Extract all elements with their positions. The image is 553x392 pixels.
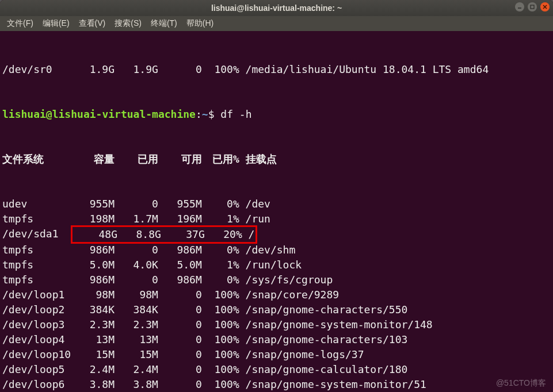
- cell-mount: /snap/gnome-characters/550: [239, 302, 408, 317]
- svg-rect-1: [531, 5, 534, 9]
- cell-size: 15M: [71, 347, 115, 362]
- cell-avail: 37G: [161, 227, 205, 242]
- cell-fs: /dev/loop3: [2, 317, 71, 332]
- prompt-colon: :: [196, 107, 202, 122]
- cell-avail: 955M: [158, 197, 202, 212]
- window-title: lishuai@lishuai-virtual-machine: ~: [0, 3, 553, 13]
- close-button[interactable]: [540, 2, 550, 11]
- cell-pct: 1%: [202, 258, 239, 272]
- cell-mount: /snap/gnome-system-monitor/51: [239, 377, 426, 392]
- cell-pct: 100%: [202, 347, 239, 362]
- df-row: tmpfs986M0986M0%/sys/fs/cgroup: [2, 272, 551, 287]
- menu-search[interactable]: 搜索(S): [111, 17, 145, 30]
- cell-avail: 986M: [158, 272, 202, 287]
- cell-pct: 100%: [202, 377, 239, 392]
- df-row: /dev/loop32.3M2.3M0100%/snap/gnome-syste…: [2, 317, 551, 332]
- cell-size: 986M: [71, 243, 115, 258]
- cell-avail: 0: [158, 347, 202, 362]
- cell-size: 48G: [74, 227, 117, 242]
- cell-avail: 0: [158, 317, 202, 332]
- hdr-pct: 已用%: [202, 152, 239, 167]
- titlebar[interactable]: lishuai@lishuai-virtual-machine: ~: [0, 0, 553, 16]
- cell-size: 3.8M: [71, 377, 115, 392]
- terminal-body[interactable]: /dev/sr01.9G1.9G0100%/media/lishuai/Ubun…: [0, 31, 553, 392]
- cell-used: 98M: [115, 287, 158, 302]
- df-header: 文件系统容量已用可用已用%挂载点: [2, 152, 551, 167]
- cell-size: 198M: [71, 212, 115, 226]
- cell-avail: 0: [158, 332, 202, 347]
- menu-file[interactable]: 文件(F): [3, 17, 37, 30]
- cell-used: 13M: [115, 332, 158, 347]
- cell-size: 384K: [71, 302, 115, 317]
- df-row: /dev/loop52.4M2.4M0100%/snap/gnome-calcu…: [2, 362, 551, 377]
- cell-mount: /sys/fs/cgroup: [239, 272, 333, 287]
- cell-used: 1.7M: [115, 212, 158, 226]
- cell-used: 2.3M: [115, 317, 158, 332]
- cell-pct: 20%: [205, 227, 242, 242]
- cell-used: 1.9G: [115, 62, 158, 77]
- cell-avail: 0: [158, 62, 202, 77]
- cell-fs: /dev/loop5: [2, 362, 71, 377]
- cell-mount: /dev: [239, 197, 270, 212]
- cell-used: 4.0K: [115, 258, 158, 272]
- cell-fs: /dev/sda1: [2, 226, 71, 243]
- cell-avail: 0: [158, 287, 202, 302]
- cell-used: 3.8M: [115, 377, 158, 392]
- cell-fs: /dev/loop6: [2, 377, 71, 392]
- cell-used: 0: [115, 243, 158, 258]
- maximize-button[interactable]: [528, 2, 537, 11]
- cell-size: 986M: [71, 272, 115, 287]
- cell-pct: 100%: [202, 287, 239, 302]
- cell-pct: 100%: [202, 62, 239, 77]
- cell-size: 955M: [71, 197, 115, 212]
- df-row: tmpfs5.0M4.0K5.0M1%/run/lock: [2, 258, 551, 272]
- cell-fs: tmpfs: [2, 243, 71, 258]
- cell-pct: 100%: [202, 362, 239, 377]
- cell-avail: 196M: [158, 212, 202, 226]
- minimize-button[interactable]: [515, 2, 524, 11]
- cell-fs: /dev/loop1: [2, 287, 71, 302]
- hdr-used: 已用: [115, 152, 158, 167]
- cell-pct: 100%: [202, 317, 239, 332]
- cell-size: 98M: [71, 287, 115, 302]
- menu-view[interactable]: 查看(V): [75, 17, 109, 30]
- cell-pct: 100%: [202, 332, 239, 347]
- cell-fs: /dev/loop10: [2, 347, 71, 362]
- cell-avail: 986M: [158, 243, 202, 258]
- cell-fs: tmpfs: [2, 258, 71, 272]
- cell-fs: udev: [2, 197, 71, 212]
- menu-edit[interactable]: 编辑(E): [39, 17, 73, 30]
- cell-fs: tmpfs: [2, 212, 71, 226]
- cell-size: 1.9G: [71, 62, 115, 77]
- hdr-fs: 文件系统: [2, 152, 71, 167]
- cell-mount: /snap/gnome-characters/103: [239, 332, 408, 347]
- cell-used: 15M: [115, 347, 158, 362]
- terminal-window: lishuai@lishuai-virtual-machine: ~ 文件(F)…: [0, 0, 553, 392]
- df-row: tmpfs198M1.7M196M1%/run: [2, 212, 551, 226]
- highlight-box: 48G8.8G37G20%/: [71, 225, 257, 244]
- cell-pct: 0%: [202, 197, 239, 212]
- cell-mount: /dev/shm: [239, 243, 296, 258]
- cell-avail: 5.0M: [158, 258, 202, 272]
- cell-fs: /dev/loop2: [2, 302, 71, 317]
- df-row: tmpfs986M0986M0%/dev/shm: [2, 243, 551, 258]
- cell-avail: 0: [158, 377, 202, 392]
- cell-used: 0: [115, 197, 158, 212]
- cell-size: 2.3M: [71, 317, 115, 332]
- menu-help[interactable]: 帮助(H): [183, 17, 217, 30]
- cell-pct: 0%: [202, 243, 239, 258]
- df-row: /dev/loop2384K384K0100%/snap/gnome-chara…: [2, 302, 551, 317]
- cell-used: 8.8G: [117, 227, 161, 242]
- cell-mount: /media/lishuai/Ubuntu 18.04.1 LTS amd64: [239, 62, 489, 77]
- output-line: /dev/sr01.9G1.9G0100%/media/lishuai/Ubun…: [2, 62, 551, 77]
- df-row: /dev/sda148G8.8G37G20%/: [2, 226, 551, 243]
- cell-mount: /run: [239, 212, 270, 226]
- cell-pct: 100%: [202, 302, 239, 317]
- cell-mount: /snap/gnome-calculator/180: [239, 362, 408, 377]
- prompt-dollar: $: [208, 107, 221, 122]
- df-row: /dev/loop1015M15M0100%/snap/gnome-logs/3…: [2, 347, 551, 362]
- cell-used: 384K: [115, 302, 158, 317]
- hdr-size: 容量: [71, 152, 115, 167]
- cell-pct: 0%: [202, 272, 239, 287]
- menu-terminal[interactable]: 终端(T): [147, 17, 181, 30]
